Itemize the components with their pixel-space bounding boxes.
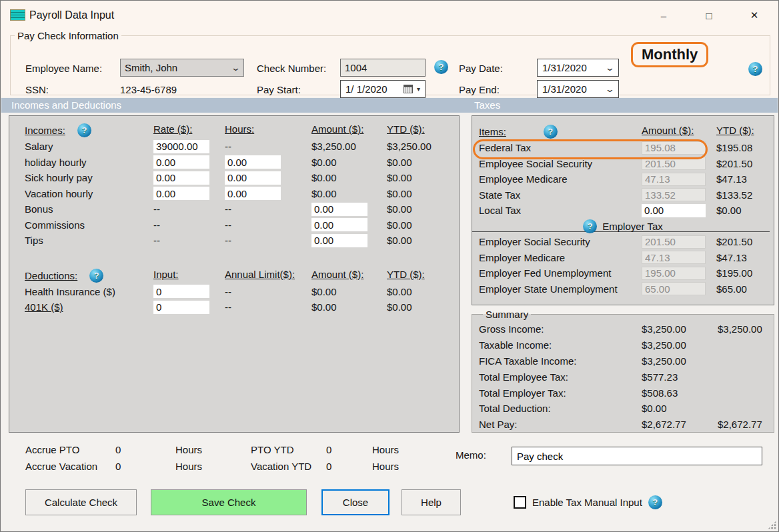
- sick-hours-input[interactable]: [225, 171, 281, 185]
- tax-amount-header: Amount ($):: [642, 125, 716, 136]
- taxes-panel: Items:? Amount ($): YTD ($): Federal Tax…: [472, 115, 774, 305]
- summary-current: $508.63: [642, 387, 718, 399]
- tips-amount-input[interactable]: [311, 234, 367, 247]
- summary-ytd: $2,672.77: [718, 419, 774, 430]
- summary-row: FICA Taxable Income:$3,250.00: [479, 353, 774, 369]
- employer-medicare-input: [642, 251, 706, 264]
- incomes-header-row: Incomes:? Rate ($): Hours: Amount ($): Y…: [25, 121, 459, 139]
- vacation-ytd: $0.00: [387, 188, 459, 199]
- tax-label: Employer State Unemployment: [479, 283, 642, 295]
- federal-tax-input: [642, 141, 706, 155]
- holiday-ytd: $0.00: [387, 157, 459, 168]
- employee-medicare-input: [642, 173, 706, 186]
- pay-end-dropdown[interactable]: 1/31/2020 ⌄: [537, 80, 619, 98]
- deduction-401k-link[interactable]: 401K ($): [25, 301, 153, 313]
- bonus-ytd: $0.00: [387, 203, 459, 215]
- holiday-amount: $0.00: [311, 157, 387, 168]
- employee-name-value: Smith, John: [125, 62, 232, 73]
- minimize-icon[interactable]: –: [654, 6, 673, 25]
- top-region: Payroll Data Input – □ ✕ Pay Check Infor…: [1, 1, 778, 97]
- memo-input[interactable]: [512, 447, 762, 465]
- resize-grip[interactable]: [768, 521, 776, 529]
- pto-ytd-unit: Hours: [372, 444, 399, 455]
- commissions-amount-input[interactable]: [311, 218, 367, 231]
- federal-tax-ytd: $195.08: [716, 142, 774, 153]
- employee-ss-ytd: $201.50: [716, 158, 774, 169]
- employer-ss-ytd: $201.50: [716, 236, 774, 247]
- k401-limit: --: [225, 301, 311, 313]
- maximize-icon[interactable]: □: [700, 6, 718, 25]
- check-number-help-icon[interactable]: ?: [434, 60, 448, 74]
- health-ytd: $0.00: [387, 286, 459, 297]
- pay-start-datepicker[interactable]: 1/ 1/2020 ▾: [340, 80, 426, 98]
- incomes-deductions-band-label: Incomes and Deductions: [11, 99, 121, 111]
- calendar-icon: [404, 85, 413, 93]
- pto-ytd-value: 0: [326, 444, 372, 455]
- accrue-pto-value: 0: [115, 444, 175, 455]
- bonus-hours: --: [225, 203, 311, 215]
- accrue-pto-unit: Hours: [175, 444, 251, 455]
- income-label: holiday hourly: [25, 157, 153, 168]
- deductions-header: Deductions:: [25, 270, 77, 281]
- calculate-check-button[interactable]: Calculate Check: [25, 489, 137, 515]
- summary-current: $0.00: [642, 403, 718, 414]
- deduction-row-health: Health Insurance ($) -- $0.00 $0.00: [25, 284, 459, 300]
- help-button[interactable]: Help: [402, 489, 461, 515]
- summary-row: Gross Income:$3,250.00$3,250.00: [479, 321, 774, 337]
- summary-row: Total Employer Tax:$508.63: [479, 385, 774, 401]
- pay-date-dropdown[interactable]: 1/31/2020 ⌄: [537, 59, 619, 77]
- title-bar: Payroll Data Input – □ ✕: [1, 1, 778, 30]
- vacation-rate-input[interactable]: [153, 187, 209, 200]
- taxes-help-icon[interactable]: ?: [544, 125, 558, 139]
- pay-date-label: Pay Date:: [459, 63, 503, 74]
- salary-amount: $3,250.00: [311, 141, 387, 152]
- tax-row-er-medicare: Employer Medicare $47.13: [479, 250, 774, 266]
- tax-row-local: Local Tax $0.00: [479, 203, 774, 219]
- close-button[interactable]: Close: [321, 489, 390, 515]
- employer-tax-label: Employer Tax: [602, 221, 663, 232]
- local-tax-input[interactable]: [642, 204, 706, 217]
- enable-tax-manual-checkbox[interactable]: [514, 496, 526, 509]
- check-number-input[interactable]: 1004: [340, 59, 426, 77]
- pay-start-label: Pay Start:: [257, 84, 301, 95]
- salary-rate-input[interactable]: [153, 140, 209, 153]
- enable-tax-manual-label: Enable Tax Manual Input: [532, 497, 642, 508]
- health-insurance-input[interactable]: [153, 285, 209, 298]
- ytd-header: YTD ($):: [387, 123, 459, 135]
- tax-manual-help-icon[interactable]: ?: [648, 495, 662, 509]
- incomes-help-icon[interactable]: ?: [77, 123, 91, 137]
- summary-row: Total Deduction:$0.00: [479, 401, 774, 417]
- income-row-bonus: Bonus -- -- $0.00: [25, 201, 459, 217]
- tax-label: Local Tax: [479, 205, 642, 216]
- employee-medicare-ytd: $47.13: [716, 173, 774, 185]
- k401-input[interactable]: [153, 301, 209, 314]
- taxes-band-label: Taxes: [474, 99, 500, 111]
- vacation-ytd-unit: Hours: [372, 461, 399, 472]
- ssn-value: 123-45-6789: [120, 84, 177, 95]
- holiday-rate-input[interactable]: [153, 155, 209, 169]
- k401-ytd: $0.00: [387, 301, 459, 313]
- summary-label: Total Employer Tax:: [479, 387, 642, 399]
- summary-current: $2,672.77: [642, 419, 718, 430]
- holiday-hours-input[interactable]: [225, 155, 281, 169]
- save-check-button[interactable]: Save Check: [151, 489, 307, 515]
- tips-ytd: $0.00: [387, 235, 459, 246]
- sick-rate-input[interactable]: [153, 171, 209, 185]
- income-row-salary: Salary -- $3,250.00 $3,250.00: [25, 139, 459, 155]
- hours-header: Hours:: [225, 123, 311, 135]
- bonus-amount-input[interactable]: [311, 203, 367, 216]
- income-row-commissions: Commissions -- -- $0.00: [25, 217, 459, 233]
- vacation-hours-input[interactable]: [225, 187, 281, 200]
- state-tax-input: [642, 188, 706, 201]
- employer-tax-help-icon[interactable]: ?: [583, 219, 597, 233]
- dropdown-arrow-icon: ▾: [417, 85, 420, 93]
- close-icon[interactable]: ✕: [745, 6, 764, 25]
- paycheck-help-icon[interactable]: ?: [748, 62, 762, 76]
- tax-label: State Tax: [479, 189, 642, 201]
- tax-row-er-state-unemp: Employer State Unemployment $65.00: [479, 281, 774, 297]
- chevron-down-icon: ⌄: [231, 63, 241, 72]
- deductions-header-row: Deductions:? Input: Annual Limit($): Amo…: [25, 267, 459, 284]
- deductions-help-icon[interactable]: ?: [89, 269, 103, 283]
- tax-row-emp-ss: Employee Social Security $201.50: [479, 156, 774, 172]
- employee-name-combobox[interactable]: Smith, John ⌄: [120, 59, 244, 77]
